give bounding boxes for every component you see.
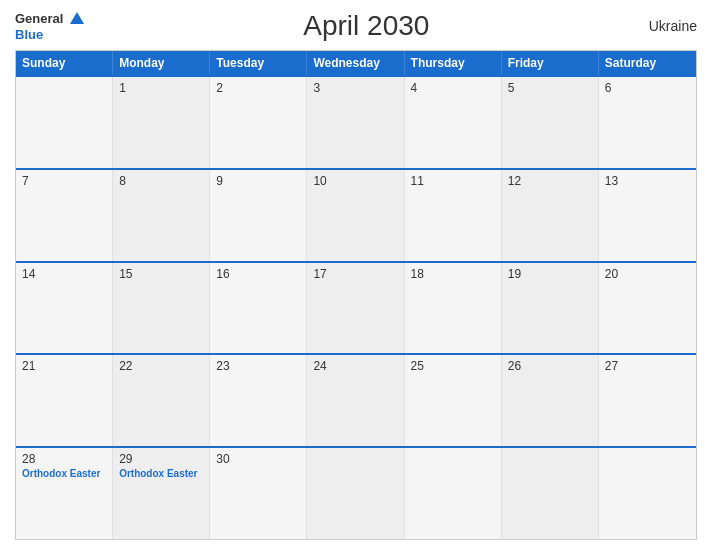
col-wednesday: Wednesday — [307, 51, 404, 75]
cal-cell: 14 — [16, 263, 113, 354]
cal-cell: 7 — [16, 170, 113, 261]
day-number: 1 — [119, 81, 203, 95]
day-number: 26 — [508, 359, 592, 373]
cal-cell: 17 — [307, 263, 404, 354]
cal-cell: 13 — [599, 170, 696, 261]
cal-cell: 18 — [405, 263, 502, 354]
day-number: 14 — [22, 267, 106, 281]
cal-cell: 20 — [599, 263, 696, 354]
day-number: 16 — [216, 267, 300, 281]
col-friday: Friday — [502, 51, 599, 75]
day-number: 6 — [605, 81, 690, 95]
col-monday: Monday — [113, 51, 210, 75]
day-number: 13 — [605, 174, 690, 188]
day-number: 21 — [22, 359, 106, 373]
logo-general: General — [15, 11, 63, 26]
cal-cell: 10 — [307, 170, 404, 261]
day-number: 10 — [313, 174, 397, 188]
cal-cell: 19 — [502, 263, 599, 354]
logo-blue: Blue — [15, 27, 43, 42]
day-number: 23 — [216, 359, 300, 373]
col-saturday: Saturday — [599, 51, 696, 75]
day-number: 24 — [313, 359, 397, 373]
cal-cell: 1 — [113, 77, 210, 168]
col-sunday: Sunday — [16, 51, 113, 75]
cal-cell: 3 — [307, 77, 404, 168]
day-number: 29 — [119, 452, 203, 466]
cal-cell: 21 — [16, 355, 113, 446]
cal-cell: 25 — [405, 355, 502, 446]
day-number: 11 — [411, 174, 495, 188]
day-number: 25 — [411, 359, 495, 373]
logo-triangle-icon — [70, 12, 84, 24]
cal-cell: 9 — [210, 170, 307, 261]
day-number: 7 — [22, 174, 106, 188]
calendar-week-1: 123456 — [16, 75, 696, 168]
cal-cell: 4 — [405, 77, 502, 168]
cal-cell: 5 — [502, 77, 599, 168]
cal-cell: 23 — [210, 355, 307, 446]
day-number: 27 — [605, 359, 690, 373]
event-label: Orthodox Easter — [119, 468, 203, 479]
cal-cell: 30 — [210, 448, 307, 539]
cal-cell — [307, 448, 404, 539]
calendar-week-3: 14151617181920 — [16, 261, 696, 354]
cal-cell: 27 — [599, 355, 696, 446]
day-number: 3 — [313, 81, 397, 95]
cal-cell: 6 — [599, 77, 696, 168]
day-number: 30 — [216, 452, 300, 466]
day-number: 12 — [508, 174, 592, 188]
calendar: Sunday Monday Tuesday Wednesday Thursday… — [15, 50, 697, 540]
cal-cell: 8 — [113, 170, 210, 261]
cal-cell: 11 — [405, 170, 502, 261]
cal-cell — [16, 77, 113, 168]
logo: General Blue — [15, 10, 84, 42]
calendar-body: 1234567891011121314151617181920212223242… — [16, 75, 696, 539]
cal-cell: 12 — [502, 170, 599, 261]
event-label: Orthodox Easter — [22, 468, 106, 479]
day-number: 28 — [22, 452, 106, 466]
cal-cell: 29Orthodox Easter — [113, 448, 210, 539]
day-number: 18 — [411, 267, 495, 281]
calendar-week-4: 21222324252627 — [16, 353, 696, 446]
day-number: 5 — [508, 81, 592, 95]
logo-top: General — [15, 10, 84, 26]
col-thursday: Thursday — [405, 51, 502, 75]
cal-cell: 15 — [113, 263, 210, 354]
day-number: 19 — [508, 267, 592, 281]
header: General Blue April 2030 Ukraine — [15, 10, 697, 42]
cal-cell: 16 — [210, 263, 307, 354]
day-number: 17 — [313, 267, 397, 281]
calendar-header: Sunday Monday Tuesday Wednesday Thursday… — [16, 51, 696, 75]
calendar-week-5: 28Orthodox Easter29Orthodox Easter30 — [16, 446, 696, 539]
day-number: 8 — [119, 174, 203, 188]
page: General Blue April 2030 Ukraine Sunday M… — [0, 0, 712, 550]
country-label: Ukraine — [649, 18, 697, 34]
cal-cell — [405, 448, 502, 539]
day-number: 9 — [216, 174, 300, 188]
day-number: 4 — [411, 81, 495, 95]
day-number: 22 — [119, 359, 203, 373]
cal-cell: 22 — [113, 355, 210, 446]
day-number: 2 — [216, 81, 300, 95]
col-tuesday: Tuesday — [210, 51, 307, 75]
calendar-week-2: 78910111213 — [16, 168, 696, 261]
day-number: 20 — [605, 267, 690, 281]
logo-bottom: Blue — [15, 26, 84, 42]
cal-cell — [502, 448, 599, 539]
cal-cell: 24 — [307, 355, 404, 446]
cal-cell: 26 — [502, 355, 599, 446]
cal-cell — [599, 448, 696, 539]
cal-cell: 28Orthodox Easter — [16, 448, 113, 539]
day-number: 15 — [119, 267, 203, 281]
calendar-title: April 2030 — [303, 10, 429, 42]
cal-cell: 2 — [210, 77, 307, 168]
